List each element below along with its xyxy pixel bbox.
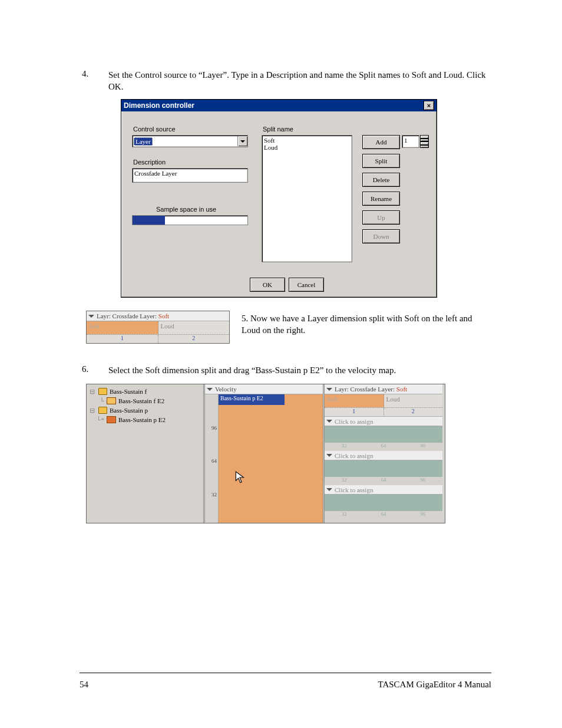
wave-icon bbox=[107, 416, 116, 423]
layr-num-1: 1 bbox=[87, 335, 158, 343]
dimension-column: Layr: Crossfade Layer: Soft Soft Loud 1 … bbox=[325, 384, 442, 523]
tree-row[interactable]: └ Bass-Sustain f E2 bbox=[88, 396, 202, 406]
cursor-icon bbox=[235, 471, 246, 486]
cancel-button[interactable]: Cancel bbox=[289, 278, 324, 292]
layr-panel-small: Layr: Crossfade Layer: Soft Soft Loud 1 … bbox=[86, 311, 230, 344]
layr-header[interactable]: Layr: Crossfade Layer: Soft bbox=[325, 384, 442, 394]
up-button[interactable]: Up bbox=[362, 210, 400, 225]
folder-icon bbox=[98, 388, 107, 395]
step4-number: 4. bbox=[82, 69, 88, 79]
split-button[interactable]: Split bbox=[362, 154, 400, 168]
sample-space-progress bbox=[132, 215, 248, 225]
velocity-header[interactable]: Velocity bbox=[205, 384, 323, 394]
control-source-select[interactable]: Layer bbox=[132, 135, 248, 147]
tree-row[interactable]: └* Bass-Sustain p E2 bbox=[88, 415, 202, 424]
triangle-down-icon bbox=[326, 388, 332, 391]
spinner-down[interactable] bbox=[420, 141, 429, 148]
control-source-label: Control source bbox=[133, 126, 176, 133]
manual-title: TASCAM GigaEditor 4 Manual bbox=[378, 680, 491, 690]
velocity-map[interactable]: Bass-Sustain p E2 bbox=[218, 394, 323, 523]
layr-num-2: 2 bbox=[158, 335, 230, 343]
page-footer: 54 TASCAM GigaEditor 4 Manual bbox=[80, 673, 491, 690]
close-icon: × bbox=[427, 103, 431, 109]
spinner-up[interactable] bbox=[420, 135, 429, 141]
layr-cell-soft[interactable]: Soft bbox=[325, 394, 384, 407]
dialog-titlebar[interactable]: Dimension controller × bbox=[121, 100, 437, 111]
add-count-spinner[interactable] bbox=[420, 135, 429, 148]
layr-header-active: Soft bbox=[158, 312, 169, 319]
dialog-title: Dimension controller bbox=[124, 101, 194, 110]
page-number: 54 bbox=[80, 680, 88, 690]
layr-small-header[interactable]: Layr: Crossfade Layer: Soft bbox=[87, 311, 229, 321]
sample-space-label: Sample space in use bbox=[156, 206, 216, 213]
folder-icon bbox=[98, 407, 107, 414]
tree-row[interactable]: ⊟ Bass-Sustain f bbox=[88, 387, 202, 396]
down-button[interactable]: Down bbox=[362, 229, 400, 243]
split-name-label: Split name bbox=[263, 126, 293, 133]
velocity-pane: Velocity 96 64 32 Bass-Sustain p E2 bbox=[205, 384, 325, 523]
ok-button[interactable]: OK bbox=[250, 278, 285, 292]
split-item-soft[interactable]: Soft bbox=[264, 137, 350, 144]
layr-cell-soft[interactable]: Soft bbox=[87, 321, 158, 334]
step6-number: 6. bbox=[82, 364, 88, 374]
step5-text: 5. Now we have a Layer dimension split w… bbox=[242, 312, 492, 337]
assign-slot[interactable]: Click to assign 326496 bbox=[325, 451, 442, 484]
dimension-controller-dialog: Dimension controller × Control source La… bbox=[121, 99, 437, 298]
split-item-loud[interactable]: Loud bbox=[264, 144, 350, 151]
description-label: Description bbox=[133, 159, 166, 166]
drag-sample[interactable]: Bass-Sustain p E2 bbox=[219, 394, 285, 405]
dropdown-icon[interactable] bbox=[237, 136, 247, 146]
delete-button[interactable]: Delete bbox=[362, 173, 400, 187]
add-button[interactable]: Add bbox=[362, 135, 400, 149]
layr-cell-loud[interactable]: Loud bbox=[158, 321, 230, 334]
split-name-list[interactable]: Soft Loud bbox=[262, 135, 352, 262]
sample-tree[interactable]: ⊟ Bass-Sustain f └ Bass-Sustain f E2 ⊟ B… bbox=[87, 384, 205, 523]
rename-button[interactable]: Rename bbox=[362, 192, 400, 206]
triangle-down-icon bbox=[88, 315, 94, 318]
triangle-down-icon bbox=[326, 488, 332, 491]
control-source-value: Layer bbox=[134, 137, 153, 146]
add-count-input[interactable]: 1 bbox=[402, 135, 419, 148]
triangle-down-icon bbox=[326, 420, 332, 423]
description-input[interactable]: Crossfade Layer bbox=[132, 168, 248, 183]
assign-slot[interactable]: Click to assign 326496 bbox=[325, 485, 442, 518]
triangle-down-icon bbox=[326, 454, 332, 457]
step4-text: Set the Control source to “Layer”. Type … bbox=[108, 69, 488, 93]
step5-number: 5. bbox=[242, 314, 248, 323]
velocity-axis: 96 64 32 bbox=[205, 394, 218, 523]
close-button[interactable]: × bbox=[424, 101, 434, 110]
wave-icon bbox=[107, 397, 116, 404]
layr-cell-loud[interactable]: Loud bbox=[384, 394, 443, 407]
editor-panel: ⊟ Bass-Sustain f └ Bass-Sustain f E2 ⊟ B… bbox=[86, 384, 445, 523]
assign-slot[interactable]: Click to assign 326496 bbox=[325, 417, 442, 450]
layr-header-text: Layr: Crossfade Layer: bbox=[97, 312, 157, 319]
triangle-down-icon bbox=[207, 388, 213, 391]
tree-row[interactable]: ⊟ Bass-Sustain p bbox=[88, 406, 202, 415]
step6-text: Select the Soft dimension split and drag… bbox=[108, 364, 488, 376]
